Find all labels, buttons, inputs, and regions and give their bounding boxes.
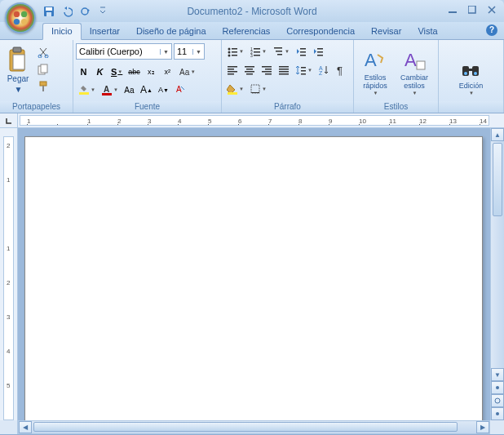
- group-label: Párrafo: [222, 101, 353, 113]
- superscript-button[interactable]: x²: [160, 64, 175, 80]
- tab-insertar[interactable]: Insertar: [82, 24, 128, 39]
- align-center-icon: [244, 64, 255, 76]
- svg-rect-8: [449, 11, 457, 13]
- align-right-button[interactable]: [259, 62, 275, 78]
- undo-button[interactable]: [59, 3, 75, 20]
- shrink-font-button[interactable]: A▼: [156, 82, 171, 98]
- svg-rect-29: [232, 55, 237, 56]
- scroll-right-button[interactable]: ▶: [476, 421, 489, 433]
- show-marks-button[interactable]: ¶: [333, 62, 349, 78]
- group-label: Fuente: [73, 101, 221, 113]
- clear-formatting-button[interactable]: A: [172, 82, 188, 98]
- browse-object-button[interactable]: [491, 394, 504, 407]
- font-color-button[interactable]: A▼: [99, 82, 121, 98]
- document-area: 2112345 ▲ ▼: [0, 128, 504, 420]
- ribbon: Pegar ▼ Portapapeles Calibri (Cuerpo)▼ 1…: [0, 40, 504, 113]
- scroll-left-button[interactable]: ◀: [19, 421, 32, 433]
- hscroll-thumb[interactable]: [33, 422, 458, 432]
- tab-inicio[interactable]: Inicio: [42, 23, 82, 40]
- shading-button[interactable]: ▼: [224, 81, 246, 97]
- subscript-button[interactable]: x₂: [144, 64, 159, 80]
- numbering-icon: 123: [250, 46, 261, 57]
- svg-rect-41: [300, 55, 306, 56]
- save-button[interactable]: [41, 3, 57, 20]
- font-name-combo[interactable]: Calibri (Cuerpo)▼: [76, 43, 172, 60]
- svg-text:A: A: [104, 85, 109, 94]
- vertical-scrollbar[interactable]: ▲ ▼: [490, 128, 504, 420]
- multilevel-button[interactable]: ▼: [270, 43, 292, 60]
- svg-rect-5: [46, 7, 52, 11]
- horizontal-ruler[interactable]: 11234567891011121314: [20, 115, 489, 126]
- svg-point-24: [228, 48, 231, 51]
- help-button[interactable]: ?: [486, 24, 497, 36]
- title-bar: Documento2 - Microsoft Word: [0, 0, 504, 22]
- grow-font-button[interactable]: A▲: [138, 82, 155, 98]
- copy-button[interactable]: [35, 62, 51, 77]
- tab-revisar[interactable]: Revisar: [363, 24, 409, 39]
- svg-rect-22: [102, 93, 112, 95]
- format-painter-button[interactable]: [35, 79, 51, 94]
- change-styles-button[interactable]: A Cambiar estilos▼: [396, 42, 433, 95]
- svg-rect-60: [279, 73, 289, 75]
- office-button[interactable]: [5, 2, 36, 33]
- pilcrow-icon: ¶: [335, 64, 347, 76]
- find-button[interactable]: Edición▼: [454, 42, 489, 95]
- multilevel-icon: [272, 46, 284, 57]
- svg-point-77: [474, 72, 477, 75]
- change-case-button[interactable]: Aa▼: [176, 64, 198, 80]
- tab-vista[interactable]: Vista: [409, 24, 445, 39]
- bullets-button[interactable]: ▼: [224, 43, 246, 60]
- svg-text:3: 3: [250, 53, 253, 57]
- redo-button[interactable]: [77, 3, 93, 20]
- office-logo-icon: [11, 9, 29, 27]
- qat-customize[interactable]: [95, 3, 111, 20]
- italic-button[interactable]: K: [92, 64, 108, 80]
- numbering-button[interactable]: 123▼: [247, 43, 269, 60]
- line-spacing-button[interactable]: ▼: [293, 62, 315, 78]
- paste-icon: [7, 47, 29, 73]
- svg-rect-27: [232, 51, 237, 53]
- tab-selector[interactable]: [0, 113, 18, 127]
- document-viewport[interactable]: [18, 128, 490, 420]
- decrease-indent-button[interactable]: [293, 43, 309, 60]
- vertical-ruler[interactable]: 2112345: [3, 136, 14, 420]
- chevron-down-icon: [99, 7, 106, 16]
- tab-diseno[interactable]: Diseño de página: [128, 24, 214, 39]
- svg-rect-46: [228, 69, 234, 70]
- svg-rect-48: [228, 73, 234, 75]
- prev-page-button[interactable]: [491, 381, 504, 394]
- align-left-button[interactable]: [224, 62, 241, 78]
- svg-point-78: [496, 386, 499, 389]
- svg-text:A: A: [176, 85, 182, 94]
- svg-rect-52: [246, 73, 253, 75]
- chevron-down-icon: ▼: [192, 49, 201, 55]
- sort-button[interactable]: AZ: [316, 62, 332, 78]
- scroll-down-button[interactable]: ▼: [491, 368, 504, 381]
- tab-correspondencia[interactable]: Correspondencia: [278, 24, 363, 39]
- svg-rect-33: [254, 51, 260, 53]
- change-case-menu[interactable]: Aa: [122, 82, 137, 98]
- svg-rect-35: [254, 55, 260, 56]
- svg-rect-54: [265, 69, 272, 70]
- align-center-button[interactable]: [241, 62, 258, 78]
- highlight-button[interactable]: ▼: [76, 82, 98, 98]
- scroll-thumb[interactable]: [493, 143, 502, 216]
- maximize-button[interactable]: [465, 3, 480, 16]
- scroll-up-button[interactable]: ▲: [491, 128, 504, 141]
- next-page-button[interactable]: [491, 407, 504, 420]
- minimize-button[interactable]: [445, 3, 460, 16]
- page[interactable]: [24, 136, 483, 420]
- horizontal-scrollbar[interactable]: ◀ ▶: [18, 420, 490, 434]
- bold-button[interactable]: N: [76, 64, 91, 80]
- cut-button[interactable]: [35, 45, 51, 60]
- quick-styles-button[interactable]: A Estilos rápidos▼: [356, 42, 394, 95]
- strikethrough-button[interactable]: abc: [126, 64, 143, 80]
- font-size-combo[interactable]: 11▼: [174, 43, 205, 60]
- borders-button[interactable]: ▼: [247, 81, 269, 97]
- justify-button[interactable]: [276, 62, 292, 78]
- increase-indent-button[interactable]: [310, 43, 326, 60]
- close-button[interactable]: [484, 3, 499, 16]
- underline-button[interactable]: S▼: [108, 64, 125, 80]
- paste-button[interactable]: Pegar ▼: [2, 42, 33, 95]
- tab-referencias[interactable]: Referencias: [214, 24, 279, 39]
